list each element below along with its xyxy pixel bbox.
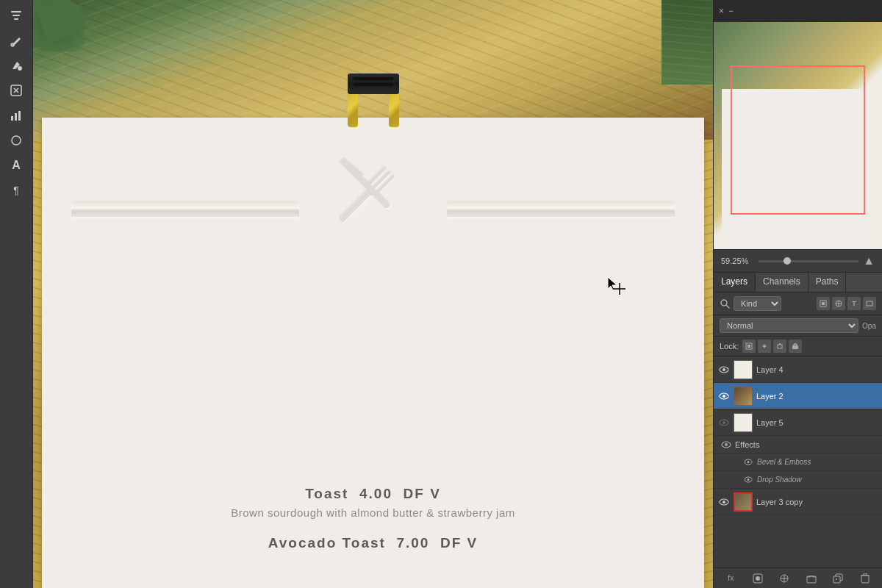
zoom-up-icon[interactable]: ▲	[863, 254, 875, 268]
svg-point-46	[756, 576, 760, 581]
effect-drop-shadow[interactable]: Drop Shadow	[714, 471, 882, 489]
canvas-wrapper: Toast 4.00 DF V Brown sourdough with alm…	[0, 0, 713, 588]
layer4-name: Layer 4	[756, 365, 878, 374]
lock-bar: Lock:	[714, 337, 882, 356]
utensils-svg	[311, 129, 436, 254]
layer4-visibility-icon[interactable]	[718, 364, 730, 376]
bevel-emboss-label: Bevel & Emboss	[757, 458, 811, 466]
kind-pixel-icon[interactable]	[817, 297, 830, 310]
layer-item-layer2[interactable]: Layer 2	[714, 383, 882, 409]
layer2-name: Layer 2	[756, 392, 878, 401]
paragraph-icon[interactable]: ¶	[4, 179, 28, 202]
svg-point-42	[747, 478, 750, 481]
tab-channels[interactable]: Channels	[756, 273, 808, 292]
circle-tool-icon[interactable]	[4, 129, 28, 152]
eraser-icon[interactable]	[4, 79, 28, 102]
canvas-area: Toast 4.00 DF V Brown sourdough with alm…	[33, 0, 713, 588]
navigator-preview	[714, 20, 882, 249]
drop-shadow-label: Drop Shadow	[757, 476, 802, 484]
effect-bevel-emboss[interactable]: Bevel & Emboss	[714, 453, 882, 471]
layer5-visibility-icon[interactable]	[718, 417, 730, 429]
tool-sidebar: A ¶	[0, 0, 33, 588]
kind-select[interactable]: Kind	[734, 296, 781, 311]
new-adjustment-button[interactable]	[777, 571, 792, 586]
layer3copy-name: Layer 3 copy	[756, 498, 878, 506]
layer-item-layer3copy[interactable]: Layer 3 copy	[714, 489, 882, 515]
layer4-thumbnail	[734, 360, 753, 379]
fill-icon[interactable]	[4, 54, 28, 77]
binder-clip	[340, 74, 406, 132]
opacity-label: Opa	[862, 322, 876, 330]
tab-layers[interactable]: Layers	[714, 273, 756, 292]
lock-artboard-icon[interactable]	[773, 340, 786, 353]
svg-rect-21	[822, 302, 825, 305]
menu-item2-title: Avocado Toast 7.00 DF V	[116, 535, 631, 551]
layer3copy-thumbnail	[734, 492, 753, 512]
svg-rect-6	[11, 116, 13, 121]
svg-point-44	[723, 501, 725, 503]
svg-rect-23	[867, 301, 872, 306]
layer5-thumbnail	[734, 413, 753, 432]
layer-item-layer5[interactable]: Layer 5	[714, 409, 882, 436]
svg-rect-27	[747, 346, 749, 348]
layer2-visibility-icon[interactable]	[718, 390, 730, 402]
type-icon[interactable]: A	[4, 154, 28, 177]
menu-content: Toast 4.00 DF V Brown sourdough with alm…	[116, 486, 631, 551]
brush-icon[interactable]	[4, 29, 28, 52]
kind-type-icon[interactable]: T	[847, 297, 861, 310]
utensils-emboss	[300, 125, 447, 257]
panel-topbar: × −	[713, 0, 882, 22]
add-style-button[interactable]: fx	[723, 571, 738, 586]
lock-all-icon[interactable]	[789, 340, 802, 353]
delete-layer-button[interactable]	[858, 571, 872, 586]
lock-pixels-icon[interactable]	[742, 340, 756, 353]
svg-rect-2	[14, 18, 18, 20]
svg-point-36	[723, 421, 725, 424]
svg-rect-26	[749, 345, 750, 346]
histogram-icon[interactable]	[4, 104, 28, 127]
svg-rect-10	[338, 190, 371, 223]
menu-item1-title: Toast 4.00 DF V	[116, 486, 631, 502]
kind-filter-icons: T	[817, 297, 876, 310]
blend-mode-select[interactable]: Normal	[720, 318, 858, 333]
search-icon	[720, 298, 730, 309]
svg-point-38	[725, 443, 728, 446]
new-group-button[interactable]	[804, 571, 819, 586]
lock-label: Lock:	[720, 342, 739, 351]
layers-bottom-bar: fx	[714, 567, 882, 588]
dropshadow-visibility-icon[interactable]	[743, 475, 753, 485]
tab-paths[interactable]: Paths	[808, 273, 847, 292]
add-mask-button[interactable]	[750, 571, 765, 586]
svg-line-19	[726, 305, 729, 308]
svg-point-40	[747, 461, 750, 463]
menu-item1-desc: Brown sourdough with almond butter & str…	[116, 506, 631, 519]
new-layer-button[interactable]	[831, 571, 845, 586]
layers-tabs: Layers Channels Paths	[714, 273, 882, 293]
layers-list: Layer 4 Layer 2 Layer 5	[714, 356, 882, 567]
layer-item-layer4[interactable]: Layer 4	[714, 356, 882, 383]
effects-header: Effects	[714, 436, 882, 453]
panel-collapse-icon[interactable]: −	[728, 6, 734, 16]
svg-point-9	[12, 136, 21, 145]
svg-point-32	[723, 368, 725, 371]
zoom-slider[interactable]	[759, 260, 858, 262]
blend-bar: Normal Opa	[714, 315, 882, 337]
paper-card: Toast 4.00 DF V Brown sourdough with alm…	[42, 118, 704, 588]
svg-rect-1	[12, 15, 20, 16]
svg-rect-28	[749, 346, 750, 348]
svg-rect-51	[861, 576, 869, 583]
kind-shape-icon[interactable]	[863, 297, 876, 310]
layer3copy-visibility-icon[interactable]	[718, 496, 730, 508]
effects-visibility-icon[interactable]	[721, 440, 731, 450]
emboss-line-left	[71, 202, 299, 217]
svg-rect-30	[792, 345, 798, 349]
bevel-visibility-icon[interactable]	[743, 457, 753, 467]
svg-rect-29	[778, 345, 782, 348]
panel-close-icon[interactable]: ×	[719, 6, 724, 16]
right-panel: × − Navigator ≡ 59.25%	[713, 0, 882, 588]
svg-point-34	[723, 395, 725, 398]
layer2-thumbnail	[734, 387, 753, 406]
filter-icon[interactable]	[4, 4, 28, 27]
kind-adjust-icon[interactable]	[832, 297, 845, 310]
lock-position-icon[interactable]	[758, 340, 771, 353]
